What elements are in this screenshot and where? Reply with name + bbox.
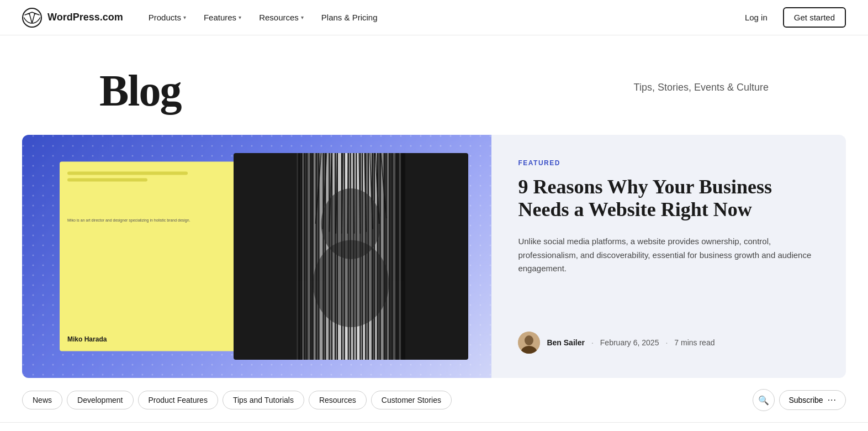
category-tab-tips-tutorials[interactable]: Tips and Tutorials [223, 391, 304, 409]
featured-image: Miko is an art director and designer spe… [22, 135, 491, 378]
page-title: Blog [99, 69, 181, 113]
get-started-button[interactable]: Get started [783, 7, 846, 28]
featured-content: FEATURED 9 Reasons Why Your Business Nee… [491, 135, 846, 378]
meta-separator-2: · [665, 338, 668, 347]
wordpress-logo-icon [22, 8, 42, 28]
svg-rect-33 [384, 153, 385, 360]
author-name: Ben Sailer [547, 338, 584, 347]
svg-point-41 [313, 240, 389, 327]
hero-section: Blog Tips, Stories, Events & Culture [0, 35, 868, 135]
svg-rect-38 [399, 153, 401, 360]
nav-item-products[interactable]: Products ▾ [141, 8, 194, 27]
chevron-down-icon: ▾ [183, 14, 186, 20]
read-time: 7 mins read [674, 338, 714, 347]
svg-rect-39 [402, 153, 404, 360]
featured-description: Unlike social media platforms, a website… [518, 235, 819, 276]
nav-actions: Log in Get started [738, 7, 846, 28]
portrait-image [234, 153, 468, 360]
meta-separator-1: · [591, 338, 594, 347]
publish-date: February 6, 2025 [600, 338, 659, 347]
svg-line-48 [353, 153, 354, 234]
svg-rect-8 [308, 153, 310, 360]
svg-line-47 [347, 153, 348, 234]
author-avatar [518, 332, 540, 354]
svg-rect-5 [300, 153, 301, 360]
svg-rect-9 [311, 153, 312, 360]
svg-rect-35 [390, 153, 391, 360]
svg-rect-36 [393, 153, 395, 360]
svg-rect-10 [313, 153, 315, 360]
category-tab-customer-stories[interactable]: Customer Stories [371, 391, 452, 409]
svg-point-55 [525, 335, 533, 345]
chevron-down-icon: ▾ [239, 14, 241, 20]
hero-subtitle: Tips, Stories, Events & Culture [634, 69, 769, 93]
subscribe-label: Subscribe [788, 396, 823, 404]
featured-label: FEATURED [518, 159, 819, 167]
featured-meta: Ben Sailer · February 6, 2025 · 7 mins r… [518, 314, 819, 354]
nav-item-features[interactable]: Features ▾ [196, 8, 249, 27]
category-tab-development[interactable]: Development [67, 391, 134, 409]
svg-rect-6 [302, 153, 304, 360]
svg-rect-37 [396, 153, 398, 360]
login-button[interactable]: Log in [738, 8, 774, 27]
featured-title[interactable]: 9 Reasons Why Your Business Needs a Webs… [518, 176, 819, 222]
author-avatar-image [518, 332, 540, 354]
logo-text: WordPress.com [47, 12, 123, 23]
mockup-person-name: Miko Harada [67, 336, 107, 344]
portrait-illustration [234, 153, 468, 360]
mockup-line-2 [67, 178, 147, 181]
nav-links: Products ▾ Features ▾ Resources ▾ Plans … [141, 8, 738, 27]
main-nav: WordPress.com Products ▾ Features ▾ Reso… [0, 0, 868, 35]
chevron-down-icon: ▾ [301, 14, 304, 20]
svg-rect-34 [387, 153, 389, 360]
category-tab-resources[interactable]: Resources [309, 391, 367, 409]
nav-item-plans-pricing[interactable]: Plans & Pricing [314, 8, 385, 27]
nav-item-resources[interactable]: Resources ▾ [251, 8, 311, 27]
svg-point-0 [23, 8, 41, 27]
site-logo[interactable]: WordPress.com [22, 8, 123, 28]
svg-rect-4 [297, 153, 298, 360]
subscribe-button[interactable]: Subscribe ··· [779, 390, 846, 410]
category-tab-product-features[interactable]: Product Features [138, 391, 218, 409]
featured-card[interactable]: Miko is an art director and designer spe… [22, 135, 846, 378]
svg-rect-7 [305, 153, 306, 360]
category-tabs-bar: News Development Product Features Tips a… [0, 378, 868, 423]
mockup-line-1 [67, 171, 188, 175]
subscribe-dots-icon: ··· [828, 395, 837, 405]
search-icon: 🔍 [758, 395, 769, 406]
svg-rect-11 [316, 153, 318, 360]
search-button[interactable]: 🔍 [753, 389, 775, 411]
category-tab-news[interactable]: News [22, 391, 62, 409]
